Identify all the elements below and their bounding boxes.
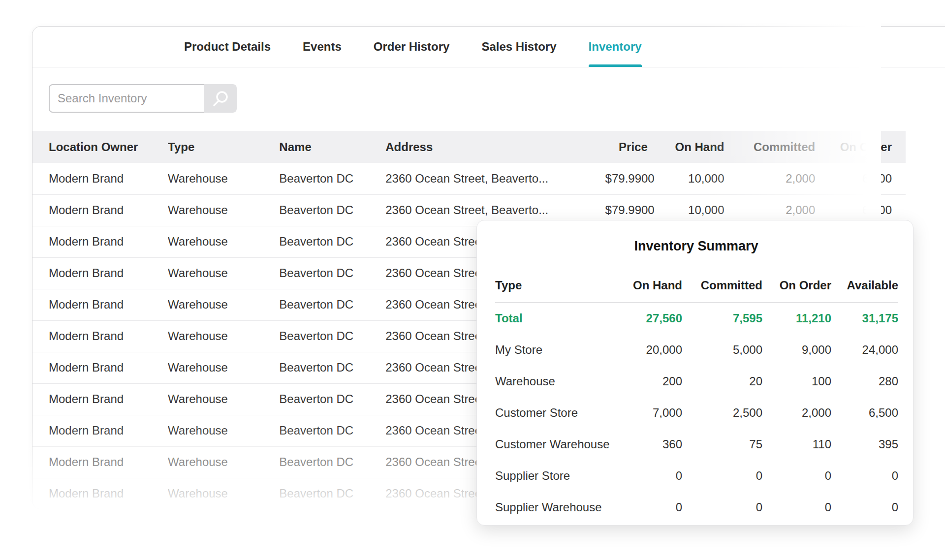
search-input[interactable]	[49, 84, 204, 113]
summary-cell-type: Customer Store	[495, 397, 623, 429]
cell-name: Beaverton DC	[279, 163, 385, 194]
cell-type: Warehouse	[168, 194, 279, 226]
summary-row: Customer Warehouse36075110395	[495, 429, 898, 460]
cell-location-owner: Modern Brand	[32, 194, 168, 226]
cell-address: 2360 Ocean Street, Beaverto...	[385, 163, 605, 194]
summary-row: Warehouse20020100280	[495, 366, 898, 397]
summary-cell-available: 6,500	[831, 397, 898, 429]
summary-cell-type: Supplier Warehouse	[495, 492, 623, 523]
cell-on-order: 6,000	[829, 163, 906, 194]
summary-row: Supplier Warehouse0000	[495, 492, 898, 523]
column-header-price[interactable]: Price	[605, 131, 662, 163]
table-row[interactable]: Modern BrandWarehouseBeaverton DC2360 Oc…	[32, 163, 906, 194]
summary-column-header-on-order: On Order	[762, 268, 831, 303]
cell-name: Beaverton DC	[279, 415, 385, 446]
tab-order-history[interactable]: Order History	[374, 27, 450, 67]
column-header-type[interactable]: Type	[168, 131, 279, 163]
column-header-on-order[interactable]: On Order	[829, 131, 906, 163]
cell-on-hand: 10,000	[662, 163, 738, 194]
cell-location-owner: Modern Brand	[32, 415, 168, 446]
tab-events[interactable]: Events	[303, 27, 342, 67]
summary-cell-on-hand: 200	[623, 366, 682, 397]
summary-title: Inventory Summary	[495, 237, 897, 255]
cell-location-owner: Modern Brand	[32, 478, 168, 509]
cell-location-owner: Modern Brand	[32, 226, 168, 257]
summary-cell-on-hand: 0	[623, 460, 682, 492]
column-header-name[interactable]: Name	[279, 131, 385, 163]
summary-cell-type: Customer Warehouse	[495, 429, 623, 460]
cell-type: Warehouse	[168, 478, 279, 509]
summary-cell-committed: 2,500	[682, 397, 762, 429]
summary-cell-on-hand: 20,000	[623, 334, 682, 366]
summary-cell-committed: 0	[682, 492, 762, 523]
search-button[interactable]	[204, 84, 237, 113]
inventory-table-header: Location OwnerTypeNameAddressPriceOn Han…	[32, 131, 906, 163]
cell-type: Warehouse	[168, 320, 279, 352]
summary-cell-available: 31,175	[831, 303, 898, 334]
summary-column-header-type: Type	[495, 268, 623, 303]
summary-cell-type: Supplier Store	[495, 460, 623, 492]
cell-location-owner: Modern Brand	[32, 352, 168, 383]
cell-location-owner: Modern Brand	[32, 289, 168, 320]
summary-column-header-committed: Committed	[682, 268, 762, 303]
cell-committed: 2,000	[738, 163, 829, 194]
inventory-summary-panel: Inventory Summary TypeOn HandCommittedOn…	[476, 220, 914, 526]
tab-inventory[interactable]: Inventory	[589, 27, 642, 67]
page: Product DetailsEventsOrder HistorySales …	[0, 0, 945, 560]
summary-cell-committed: 5,000	[682, 334, 762, 366]
cell-name: Beaverton DC	[279, 320, 385, 352]
cell-price: $79.9900	[605, 163, 662, 194]
summary-cell-available: 24,000	[831, 334, 898, 366]
search-icon	[211, 89, 230, 108]
summary-row: Customer Store7,0002,5002,0006,500	[495, 397, 898, 429]
cell-type: Warehouse	[168, 415, 279, 446]
column-header-address[interactable]: Address	[385, 131, 605, 163]
summary-total-row: Total27,5607,59511,21031,175	[495, 303, 898, 334]
summary-cell-committed: 75	[682, 429, 762, 460]
cell-name: Beaverton DC	[279, 194, 385, 226]
summary-cell-on-hand: 27,560	[623, 303, 682, 334]
column-header-on-hand[interactable]: On Hand	[662, 131, 738, 163]
summary-cell-on-hand: 0	[623, 492, 682, 523]
summary-cell-available: 0	[831, 492, 898, 523]
column-header-location-owner[interactable]: Location Owner	[32, 131, 168, 163]
summary-cell-on-hand: 360	[623, 429, 682, 460]
cell-name: Beaverton DC	[279, 352, 385, 383]
summary-row: My Store20,0005,0009,00024,000	[495, 334, 898, 366]
summary-cell-available: 395	[831, 429, 898, 460]
cell-type: Warehouse	[168, 383, 279, 415]
summary-cell-committed: 0	[682, 460, 762, 492]
cell-name: Beaverton DC	[279, 383, 385, 415]
summary-table: TypeOn HandCommittedOn OrderAvailable To…	[495, 268, 898, 523]
summary-row: Supplier Store0000	[495, 460, 898, 492]
cell-type: Warehouse	[168, 289, 279, 320]
column-header-committed[interactable]: Committed	[738, 131, 829, 163]
cell-name: Beaverton DC	[279, 446, 385, 478]
cell-location-owner: Modern Brand	[32, 446, 168, 478]
summary-cell-available: 280	[831, 366, 898, 397]
summary-table-body: Total27,5607,59511,21031,175My Store20,0…	[495, 303, 898, 523]
summary-cell-on-order: 100	[762, 366, 831, 397]
cell-location-owner: Modern Brand	[32, 320, 168, 352]
cell-location-owner: Modern Brand	[32, 383, 168, 415]
tab-product-details[interactable]: Product Details	[184, 27, 271, 67]
summary-cell-on-order: 110	[762, 429, 831, 460]
summary-cell-available: 0	[831, 460, 898, 492]
summary-cell-on-order: 0	[762, 492, 831, 523]
summary-table-header: TypeOn HandCommittedOn OrderAvailable	[495, 268, 898, 303]
cell-name: Beaverton DC	[279, 257, 385, 289]
cell-name: Beaverton DC	[279, 478, 385, 509]
cell-name: Beaverton DC	[279, 289, 385, 320]
cell-type: Warehouse	[168, 163, 279, 194]
cell-location-owner: Modern Brand	[32, 257, 168, 289]
summary-cell-on-order: 9,000	[762, 334, 831, 366]
summary-cell-on-order: 0	[762, 460, 831, 492]
summary-column-header-available: Available	[831, 268, 898, 303]
cell-type: Warehouse	[168, 257, 279, 289]
summary-cell-committed: 7,595	[682, 303, 762, 334]
cell-type: Warehouse	[168, 352, 279, 383]
summary-cell-type: Total	[495, 303, 623, 334]
tab-sales-history[interactable]: Sales History	[481, 27, 556, 67]
summary-cell-on-hand: 7,000	[623, 397, 682, 429]
summary-cell-type: Warehouse	[495, 366, 623, 397]
